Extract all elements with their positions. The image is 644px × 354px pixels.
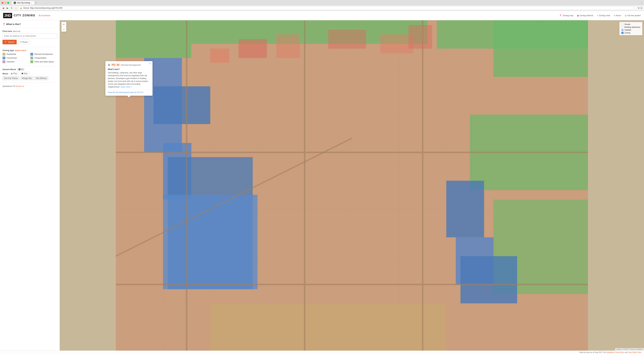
- commercial-label: Commercial: [6, 57, 17, 59]
- legend-streets: Streets: [621, 23, 640, 25]
- play-button[interactable]: ▶ Play: [10, 72, 19, 75]
- legend-zoning: ✓ Zoning: [621, 32, 640, 34]
- zoom-out-button[interactable]: −: [62, 27, 66, 31]
- tab-bar: 2 2nd City Zoning ✕ +: [12, 1, 640, 4]
- datamade-link[interactable]: DataMade: [42, 14, 50, 17]
- popup-zone-icon: 🏛: [108, 64, 110, 66]
- bookmark-button[interactable]: ☆: [633, 7, 635, 9]
- footer-datamade-link[interactable]: DataMade: [606, 351, 614, 353]
- forward-button[interactable]: ▶: [6, 6, 9, 9]
- play-icon: ▶: [11, 72, 13, 75]
- data-footer: Data accurate as of Sept 2017. By DataMa…: [0, 351, 644, 354]
- popup-close-button[interactable]: ✕: [149, 62, 151, 65]
- browser-tab[interactable]: 2 2nd City Zoning ✕: [12, 1, 34, 4]
- footer-juanpablo-link[interactable]: Juan-Pablo Velez: [628, 351, 642, 353]
- zoning-type-title: Zoning type (what's that?): [2, 49, 57, 51]
- secure-icon: 🔒: [20, 7, 22, 9]
- sidebar: ❓ What is this? Find zone (find me) 🔍 Se…: [0, 20, 60, 351]
- building-addresses-checkbox[interactable]: [621, 26, 624, 28]
- terms-link[interactable]: Terms & Feedback: [630, 349, 643, 350]
- email-link[interactable]: Email us!: [16, 85, 24, 87]
- sound-effects-section: Sound effects 🔇 Off Music ▶ Play Stop: [2, 68, 57, 80]
- logo-area: 2ND CITY ZONING By DataMade: [3, 13, 50, 18]
- nav-zoning-districts[interactable]: ▦ Zoning districts: [577, 14, 593, 17]
- planned-label: Planned Development: [34, 53, 53, 55]
- popup-read-full-link[interactable]: Read the full development plan for PD 30…: [108, 90, 150, 93]
- browser-titlebar: 2 2nd City Zoning ✕ + ⤢: [0, 0, 644, 5]
- home-button[interactable]: ⌂: [14, 6, 17, 9]
- popup-learn-more-link[interactable]: Learn more »: [120, 86, 132, 88]
- footer-derek-link[interactable]: Derek Eder: [615, 351, 624, 353]
- zoning-transportation: Transportation: [30, 56, 57, 59]
- address-bar[interactable]: 🔒 Secure https://secondcityzoning.org/#/…: [18, 6, 637, 10]
- search-button[interactable]: 🔍 Search: [2, 40, 17, 44]
- search-button-row: 🔍 Search ↺ Reset: [2, 40, 57, 44]
- whats-that-link[interactable]: what's that?: [16, 49, 26, 51]
- minimize-window-button[interactable]: [4, 2, 6, 4]
- fullscreen-icon[interactable]: ⤢: [641, 2, 642, 4]
- svg-rect-17: [116, 20, 191, 58]
- fullscreen-window-button[interactable]: [7, 2, 9, 4]
- popup-whats-here: What's here?: [108, 68, 150, 70]
- close-window-button[interactable]: [2, 2, 4, 4]
- downloads-icon[interactable]: ⬇: [638, 7, 640, 9]
- zoom-in-button[interactable]: +: [62, 22, 66, 27]
- nav-zoning-rules[interactable]: ≡ Zoning rules: [597, 14, 610, 17]
- zoning-grid: Residential Planned Development Commerci…: [2, 53, 57, 63]
- back-button[interactable]: ◀: [2, 6, 5, 9]
- svg-rect-44: [408, 25, 432, 48]
- zoning-commercial: Commercial: [2, 56, 30, 59]
- building-addresses-label: Building addresses: [624, 26, 640, 28]
- stop-button[interactable]: Stop: [20, 72, 29, 75]
- sound-effects-label: Sound effects: [2, 68, 16, 70]
- residential-icon: [2, 53, 5, 56]
- satellite-radio[interactable]: [621, 29, 624, 31]
- nav-get-poster[interactable]: 🖨 Get the poster!: [625, 14, 641, 17]
- zoning-checkbox[interactable]: ✓: [621, 32, 624, 34]
- reload-button[interactable]: ↻: [10, 6, 14, 9]
- speaker-icon: 🔇: [18, 68, 20, 70]
- map-area[interactable]: + − Streets Building addresses Satellite: [60, 20, 644, 351]
- zoning-label: Zoning: [624, 32, 630, 34]
- transportation-icon: [30, 56, 33, 59]
- footer-text: Data accurate as of Sept 2017. By: [579, 351, 606, 353]
- moogy-city-theme-button[interactable]: Moogy City: [20, 76, 33, 80]
- svg-rect-39: [210, 48, 229, 63]
- streets-checkbox[interactable]: [621, 23, 624, 25]
- app-container: 2ND CITY ZONING By DataMade 📍 Zoning map…: [0, 11, 644, 354]
- poster-icon: 🖨: [625, 14, 626, 17]
- extensions-icon[interactable]: ☰: [640, 7, 642, 9]
- browser-chrome: 2 2nd City Zoning ✕ + ⤢ ◀ ▶ ↻ ⌂ 🔒 Secure…: [0, 0, 644, 11]
- stop-icon: [22, 73, 23, 74]
- app-header: 2ND CITY ZONING By DataMade 📍 Zoning map…: [0, 11, 644, 20]
- find-me-link[interactable]: find me: [14, 30, 20, 32]
- svg-rect-20: [494, 20, 588, 77]
- svg-rect-41: [276, 34, 300, 58]
- main-nav: 📍 Zoning map ▦ Zoning districts ≡ Zoning…: [559, 14, 641, 17]
- nav-about[interactable]: ℹ About: [614, 14, 621, 17]
- sim-city-theme-button[interactable]: Sim City Theme: [2, 76, 19, 80]
- music-label: Music: [2, 72, 8, 75]
- svg-rect-40: [238, 39, 267, 58]
- leaflet-link[interactable]: Leaflet: [616, 349, 621, 350]
- industrial-label: Industrial: [6, 61, 14, 63]
- reset-button[interactable]: ↺ Reset: [18, 40, 30, 44]
- nav-zoning-map[interactable]: 📍 Zoning map: [559, 14, 573, 17]
- carto-link[interactable]: © CARTO: [622, 349, 629, 350]
- svg-rect-30: [460, 256, 517, 303]
- questions-section: Questions? ✉ Email us!: [2, 85, 57, 87]
- tab-close-button[interactable]: ✕: [31, 2, 32, 4]
- find-zone-section: Find zone (find me) 🔍 Search ↺ Reset: [2, 30, 57, 44]
- popup-description: Tall buildings, campuses, and other larg…: [108, 71, 150, 88]
- zoning-parks: Parks and Open Space: [30, 60, 57, 63]
- find-zone-label: Find zone (find me): [2, 30, 57, 32]
- traffic-lights: [2, 2, 9, 4]
- address-search-input[interactable]: [2, 33, 57, 38]
- new-tab-button[interactable]: +: [35, 1, 36, 4]
- city-shimmy-theme-button[interactable]: City Shimmy: [34, 76, 48, 80]
- zoning-residential: Residential: [2, 53, 30, 56]
- logo-city: CITY ZONING: [14, 14, 36, 17]
- svg-rect-42: [328, 30, 366, 48]
- residential-label: Residential: [6, 53, 16, 55]
- popup-zone-type: Planned Development: [121, 64, 141, 66]
